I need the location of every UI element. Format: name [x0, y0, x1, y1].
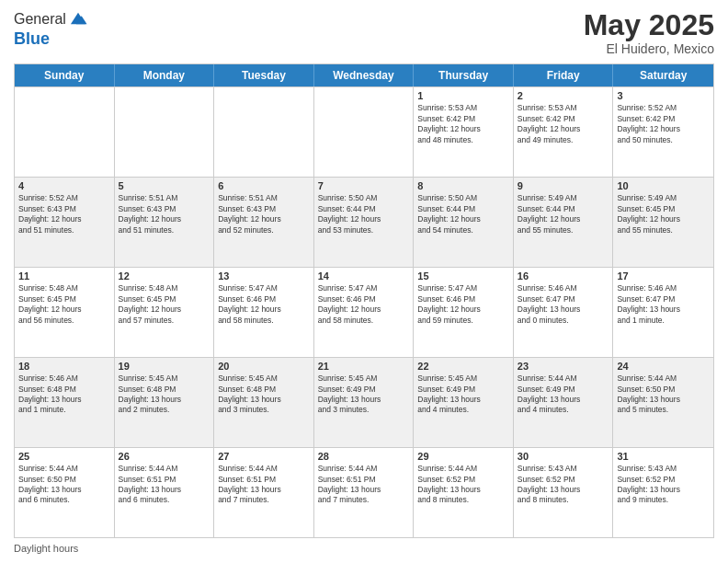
- logo-general-text: General: [14, 11, 66, 28]
- day-info-1: Sunrise: 5:53 AMSunset: 6:42 PMDaylight:…: [417, 103, 509, 145]
- day-number-7: 7: [318, 180, 410, 191]
- calendar-row-2: 4Sunrise: 5:52 AMSunset: 6:43 PMDaylight…: [15, 177, 713, 267]
- day-info-18: Sunrise: 5:46 AMSunset: 6:48 PMDaylight:…: [18, 373, 110, 416]
- day-info-29: Sunrise: 5:44 AMSunset: 6:52 PMDaylight:…: [417, 464, 509, 506]
- logo-icon: [68, 9, 88, 29]
- day-cell-24: 24Sunrise: 5:44 AMSunset: 6:50 PMDayligh…: [613, 358, 713, 447]
- day-info-27: Sunrise: 5:44 AMSunset: 6:51 PMDaylight:…: [218, 464, 310, 506]
- daylight-hours-label: Daylight hours: [14, 543, 78, 554]
- day-info-16: Sunrise: 5:46 AMSunset: 6:47 PMDaylight:…: [518, 283, 609, 326]
- calendar-row-5: 25Sunrise: 5:44 AMSunset: 6:50 PMDayligh…: [15, 447, 713, 537]
- day-cell-3: 3Sunrise: 5:52 AMSunset: 6:42 PMDaylight…: [613, 87, 713, 177]
- day-number-14: 14: [318, 270, 410, 282]
- day-number-9: 9: [518, 180, 609, 191]
- day-info-4: Sunrise: 5:52 AMSunset: 6:43 PMDaylight:…: [18, 193, 110, 236]
- day-cell-18: 18Sunrise: 5:46 AMSunset: 6:48 PMDayligh…: [15, 358, 115, 447]
- day-info-14: Sunrise: 5:47 AMSunset: 6:46 PMDaylight:…: [318, 283, 410, 326]
- day-number-18: 18: [18, 361, 110, 372]
- day-number-3: 3: [617, 90, 710, 101]
- header-day-friday: Friday: [514, 64, 614, 86]
- day-cell-27: 27Sunrise: 5:44 AMSunset: 6:51 PMDayligh…: [214, 448, 314, 537]
- day-cell-28: 28Sunrise: 5:44 AMSunset: 6:51 PMDayligh…: [314, 448, 415, 537]
- day-number-2: 2: [518, 90, 609, 101]
- day-cell-16: 16Sunrise: 5:46 AMSunset: 6:47 PMDayligh…: [514, 268, 614, 357]
- day-cell-21: 21Sunrise: 5:45 AMSunset: 6:49 PMDayligh…: [314, 358, 415, 447]
- day-info-11: Sunrise: 5:48 AMSunset: 6:45 PMDaylight:…: [18, 283, 110, 326]
- day-cell-8: 8Sunrise: 5:50 AMSunset: 6:44 PMDaylight…: [414, 178, 514, 267]
- day-cell-30: 30Sunrise: 5:43 AMSunset: 6:52 PMDayligh…: [514, 448, 614, 537]
- calendar-row-1: 1Sunrise: 5:53 AMSunset: 6:42 PMDaylight…: [15, 86, 713, 177]
- day-number-13: 13: [218, 270, 310, 282]
- day-info-26: Sunrise: 5:44 AMSunset: 6:51 PMDaylight:…: [119, 464, 210, 506]
- day-info-20: Sunrise: 5:45 AMSunset: 6:48 PMDaylight:…: [218, 373, 310, 416]
- day-info-12: Sunrise: 5:48 AMSunset: 6:45 PMDaylight:…: [119, 283, 210, 326]
- title-block: May 2025 El Huidero, Mexico: [584, 9, 714, 56]
- day-number-17: 17: [617, 270, 710, 282]
- day-cell-12: 12Sunrise: 5:48 AMSunset: 6:45 PMDayligh…: [115, 268, 215, 357]
- header-day-sunday: Sunday: [15, 64, 115, 86]
- day-number-25: 25: [18, 451, 110, 462]
- day-info-19: Sunrise: 5:45 AMSunset: 6:48 PMDaylight:…: [119, 373, 210, 416]
- header-day-thursday: Thursday: [414, 64, 514, 86]
- day-info-31: Sunrise: 5:43 AMSunset: 6:52 PMDaylight:…: [617, 464, 710, 506]
- day-number-10: 10: [617, 180, 710, 191]
- empty-cell: [214, 87, 314, 177]
- calendar-row-3: 11Sunrise: 5:48 AMSunset: 6:45 PMDayligh…: [15, 267, 713, 357]
- empty-cell: [314, 87, 415, 177]
- day-info-25: Sunrise: 5:44 AMSunset: 6:50 PMDaylight:…: [18, 464, 110, 506]
- day-number-20: 20: [218, 361, 310, 372]
- header: General Blue May 2025 El Huidero, Mexico: [14, 9, 714, 56]
- day-number-11: 11: [18, 270, 110, 282]
- location: El Huidero, Mexico: [584, 41, 714, 56]
- day-info-5: Sunrise: 5:51 AMSunset: 6:43 PMDaylight:…: [119, 193, 210, 236]
- day-info-22: Sunrise: 5:45 AMSunset: 6:49 PMDaylight:…: [417, 373, 509, 416]
- header-day-tuesday: Tuesday: [214, 64, 314, 86]
- month-title: May 2025: [584, 9, 714, 41]
- day-number-5: 5: [119, 180, 210, 191]
- day-cell-6: 6Sunrise: 5:51 AMSunset: 6:43 PMDaylight…: [214, 178, 314, 267]
- day-cell-14: 14Sunrise: 5:47 AMSunset: 6:46 PMDayligh…: [314, 268, 415, 357]
- day-info-6: Sunrise: 5:51 AMSunset: 6:43 PMDaylight:…: [218, 193, 310, 236]
- day-number-30: 30: [518, 451, 609, 462]
- calendar-row-4: 18Sunrise: 5:46 AMSunset: 6:48 PMDayligh…: [15, 357, 713, 447]
- day-number-23: 23: [518, 361, 609, 372]
- day-info-9: Sunrise: 5:49 AMSunset: 6:44 PMDaylight:…: [518, 193, 609, 236]
- calendar-body: 1Sunrise: 5:53 AMSunset: 6:42 PMDaylight…: [15, 86, 713, 537]
- day-info-3: Sunrise: 5:52 AMSunset: 6:42 PMDaylight:…: [617, 103, 710, 145]
- day-info-28: Sunrise: 5:44 AMSunset: 6:51 PMDaylight:…: [318, 464, 410, 506]
- calendar: SundayMondayTuesdayWednesdayThursdayFrid…: [14, 63, 714, 538]
- day-info-7: Sunrise: 5:50 AMSunset: 6:44 PMDaylight:…: [318, 193, 410, 236]
- day-info-30: Sunrise: 5:43 AMSunset: 6:52 PMDaylight:…: [518, 464, 609, 506]
- day-cell-9: 9Sunrise: 5:49 AMSunset: 6:44 PMDaylight…: [514, 178, 614, 267]
- day-cell-26: 26Sunrise: 5:44 AMSunset: 6:51 PMDayligh…: [115, 448, 215, 537]
- day-cell-23: 23Sunrise: 5:44 AMSunset: 6:49 PMDayligh…: [514, 358, 614, 447]
- day-info-21: Sunrise: 5:45 AMSunset: 6:49 PMDaylight:…: [318, 373, 410, 416]
- day-info-23: Sunrise: 5:44 AMSunset: 6:49 PMDaylight:…: [518, 373, 609, 416]
- day-cell-4: 4Sunrise: 5:52 AMSunset: 6:43 PMDaylight…: [15, 178, 115, 267]
- day-number-19: 19: [119, 361, 210, 372]
- day-cell-10: 10Sunrise: 5:49 AMSunset: 6:45 PMDayligh…: [613, 178, 713, 267]
- header-day-saturday: Saturday: [613, 64, 713, 86]
- day-cell-22: 22Sunrise: 5:45 AMSunset: 6:49 PMDayligh…: [414, 358, 514, 447]
- logo: General Blue: [14, 9, 88, 49]
- day-cell-29: 29Sunrise: 5:44 AMSunset: 6:52 PMDayligh…: [414, 448, 514, 537]
- day-number-27: 27: [218, 451, 310, 462]
- logo-blue-text: Blue: [14, 29, 50, 48]
- day-number-15: 15: [417, 270, 509, 282]
- calendar-header: SundayMondayTuesdayWednesdayThursdayFrid…: [15, 64, 713, 86]
- day-number-1: 1: [417, 90, 509, 101]
- day-cell-1: 1Sunrise: 5:53 AMSunset: 6:42 PMDaylight…: [414, 87, 514, 177]
- day-cell-25: 25Sunrise: 5:44 AMSunset: 6:50 PMDayligh…: [15, 448, 115, 537]
- day-number-31: 31: [617, 451, 710, 462]
- day-info-17: Sunrise: 5:46 AMSunset: 6:47 PMDaylight:…: [617, 283, 710, 326]
- header-day-wednesday: Wednesday: [314, 64, 415, 86]
- day-cell-15: 15Sunrise: 5:47 AMSunset: 6:46 PMDayligh…: [414, 268, 514, 357]
- day-number-4: 4: [18, 180, 110, 191]
- day-cell-11: 11Sunrise: 5:48 AMSunset: 6:45 PMDayligh…: [15, 268, 115, 357]
- day-info-13: Sunrise: 5:47 AMSunset: 6:46 PMDaylight:…: [218, 283, 310, 326]
- day-cell-7: 7Sunrise: 5:50 AMSunset: 6:44 PMDaylight…: [314, 178, 415, 267]
- day-info-15: Sunrise: 5:47 AMSunset: 6:46 PMDaylight:…: [417, 283, 509, 326]
- day-number-21: 21: [318, 361, 410, 372]
- day-cell-2: 2Sunrise: 5:53 AMSunset: 6:42 PMDaylight…: [514, 87, 614, 177]
- day-cell-5: 5Sunrise: 5:51 AMSunset: 6:43 PMDaylight…: [115, 178, 215, 267]
